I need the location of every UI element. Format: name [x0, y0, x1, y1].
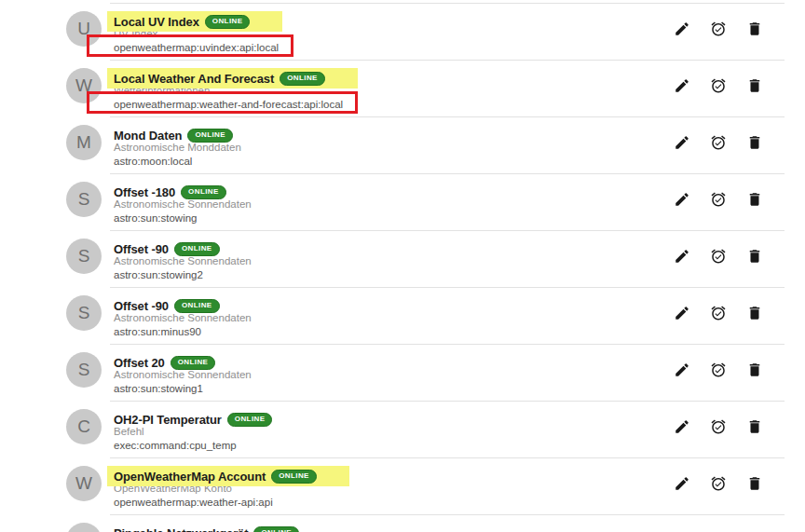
things-list-page: U Local UV Index ONLINE UV-Index openwea…	[0, 0, 805, 532]
pencil-icon	[674, 305, 691, 321]
thing-uid-text: openweathermap:weather-and-forecast:api:…	[114, 99, 343, 110]
avatar: S	[66, 239, 102, 274]
schedule-button[interactable]	[710, 417, 728, 435]
trash-icon-button[interactable]	[746, 20, 764, 37]
avatar: M	[66, 125, 102, 160]
thing-title: Local UV Index	[114, 15, 199, 29]
row-divider	[110, 514, 785, 515]
trash-icon	[746, 248, 764, 265]
avatar	[66, 523, 102, 532]
thing-title-row: Offset -90 ONLINE	[107, 295, 226, 316]
trash-icon-button[interactable]	[746, 417, 764, 435]
thing-title-row: Mond Daten ONLINE	[107, 125, 239, 145]
trash-icon-button[interactable]	[746, 76, 764, 94]
alarm-check-icon	[710, 361, 728, 378]
trash-icon-button[interactable]	[746, 190, 764, 208]
thing-uid: openweathermap:uvindex:api:local	[114, 42, 279, 53]
thing-uid-text: openweathermap:weather-api:api	[114, 497, 273, 508]
status-badge: ONLINE	[187, 129, 233, 143]
thing-title-row: Local Weather And Forecast ONLINE	[107, 68, 358, 89]
schedule-button[interactable]	[710, 76, 728, 94]
thing-title: OH2-PI Temperatur	[114, 413, 222, 427]
thing-title-row: Offset -180 ONLINE	[107, 182, 233, 202]
row-actions	[674, 76, 764, 94]
row-actions	[674, 20, 764, 37]
avatar: W	[66, 466, 102, 501]
status-badge: ONLINE	[174, 299, 220, 313]
thing-title: Local Weather And Forecast	[114, 72, 274, 86]
row-actions	[674, 247, 764, 265]
alarm-check-icon	[710, 475, 728, 492]
trash-icon-button[interactable]	[746, 133, 764, 151]
schedule-button[interactable]	[710, 361, 728, 378]
schedule-button[interactable]	[710, 133, 728, 151]
thing-list-item[interactable]: W OpenWeatherMap Account ONLINE OpenWeat…	[0, 457, 805, 514]
avatar: S	[66, 295, 102, 331]
row-actions	[674, 417, 764, 435]
schedule-button[interactable]	[710, 247, 728, 265]
thing-list-item[interactable]: U Local UV Index ONLINE UV-Index openwea…	[0, 3, 805, 60]
pencil-icon	[674, 77, 691, 94]
row-actions	[674, 474, 764, 492]
edit-button[interactable]	[674, 133, 691, 151]
edit-button[interactable]	[674, 361, 691, 378]
edit-button[interactable]	[674, 474, 691, 492]
row-divider	[110, 3, 785, 4]
thing-title-row: Pingable Netzwerkgerät ONLINE	[107, 523, 306, 532]
thing-title-row: Offset 20 ONLINE	[107, 352, 222, 373]
schedule-button[interactable]	[710, 20, 728, 37]
trash-icon	[746, 361, 764, 378]
thing-title: OpenWeatherMap Account	[114, 470, 266, 484]
trash-icon-button[interactable]	[746, 474, 764, 492]
thing-title-row: OH2-PI Temperatur ONLINE	[107, 409, 279, 430]
thing-uid-text: openweathermap:uvindex:api:local	[114, 42, 279, 53]
alarm-check-icon	[710, 77, 728, 94]
schedule-button[interactable]	[710, 304, 728, 321]
thing-list-item[interactable]: W Local Weather And Forecast ONLINE Wett…	[0, 60, 805, 116]
thing-title-row: OpenWeatherMap Account ONLINE	[107, 466, 349, 486]
trash-icon	[746, 191, 764, 208]
thing-uid-text: astro:sun:stowing1	[114, 383, 203, 394]
trash-icon	[746, 305, 764, 321]
thing-title-row: Offset -90 ONLINE	[107, 239, 226, 259]
status-badge: ONLINE	[181, 185, 226, 199]
thing-title: Offset -90	[114, 242, 169, 256]
trash-icon	[746, 418, 764, 435]
status-badge: ONLINE	[253, 526, 299, 532]
schedule-button[interactable]	[710, 190, 728, 208]
thing-list-item[interactable]: S Offset -90 ONLINE Astronomische Sonnen…	[0, 230, 805, 287]
thing-uid: openweathermap:weather-and-forecast:api:…	[114, 99, 343, 110]
status-badge: ONLINE	[171, 356, 216, 370]
thing-list-item[interactable]: C OH2-PI Temperatur ONLINE Befehl exec:c…	[0, 401, 805, 457]
thing-uid: astro:moon:local	[114, 156, 192, 167]
trash-icon-button[interactable]	[746, 304, 764, 321]
edit-button[interactable]	[674, 76, 691, 94]
thing-list-item[interactable]: S Offset 20 ONLINE Astronomische Sonnend…	[0, 344, 805, 401]
row-actions	[674, 304, 764, 321]
edit-button[interactable]	[674, 190, 691, 208]
thing-list-item[interactable]: Pingable Netzwerkgerät ONLINE	[0, 514, 805, 532]
alarm-check-icon	[710, 418, 728, 435]
edit-button[interactable]	[674, 20, 691, 37]
schedule-button[interactable]	[710, 474, 728, 492]
status-badge: ONLINE	[280, 72, 325, 86]
edit-button[interactable]	[674, 304, 691, 321]
edit-button[interactable]	[674, 417, 691, 435]
thing-list-item[interactable]: M Mond Daten ONLINE Astronomische Mondda…	[0, 116, 805, 173]
edit-button[interactable]	[674, 247, 691, 265]
thing-title: Offset 20	[114, 356, 165, 370]
avatar: S	[66, 182, 102, 217]
trash-icon-button[interactable]	[746, 247, 764, 265]
row-divider	[110, 60, 785, 61]
trash-icon-button[interactable]	[746, 361, 764, 378]
thing-uid: astro:sun:minus90	[114, 326, 201, 337]
row-actions	[674, 361, 764, 378]
thing-uid: openweathermap:weather-api:api	[114, 497, 273, 508]
thing-list-item[interactable]: S Offset -180 ONLINE Astronomische Sonne…	[0, 173, 805, 230]
thing-title-row: Local UV Index ONLINE	[107, 11, 282, 32]
row-divider	[110, 287, 785, 288]
pencil-icon	[674, 20, 691, 37]
thing-uid-text: exec:command:cpu_temp	[114, 440, 237, 451]
thing-list-item[interactable]: S Offset -90 ONLINE Astronomische Sonnen…	[0, 287, 805, 344]
avatar: W	[66, 68, 102, 103]
